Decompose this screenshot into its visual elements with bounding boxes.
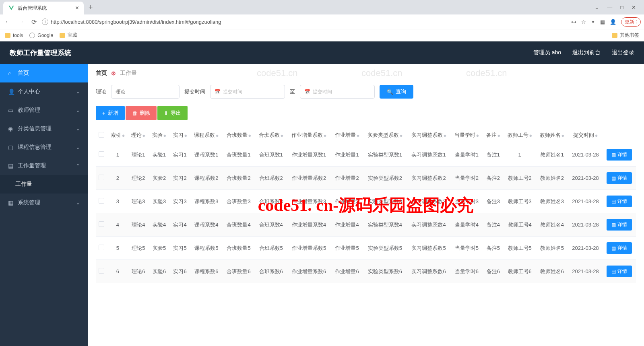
breadcrumb-home[interactable]: 首页 (96, 70, 107, 77)
detail-button[interactable]: ▤详情 (607, 172, 632, 184)
add-button[interactable]: +新增 (96, 106, 125, 120)
logout-button[interactable]: 退出登录 (612, 49, 634, 56)
row-checkbox[interactable] (99, 245, 104, 250)
detail-button[interactable]: ▤详情 (607, 196, 632, 207)
detail-button[interactable]: ▤详情 (607, 149, 632, 161)
sort-icon[interactable]: ◆ (497, 134, 500, 138)
table-header[interactable]: 教师姓名◆ (536, 128, 568, 143)
star-icon[interactable]: ☆ (581, 19, 586, 25)
user-label[interactable]: 管理员 abo (533, 49, 561, 56)
sort-icon[interactable]: ◆ (476, 134, 479, 138)
sort-icon[interactable]: ◆ (324, 134, 326, 138)
key-icon[interactable]: ⊶ (571, 19, 576, 25)
sort-icon[interactable]: ◆ (357, 134, 359, 138)
other-bookmarks[interactable]: 其他书签 (612, 32, 639, 39)
table-header[interactable]: 实习调整系数◆ (407, 128, 451, 143)
sort-icon[interactable]: ◆ (248, 134, 251, 138)
table-cell: 实验类型系数3 (363, 190, 407, 213)
row-checkbox[interactable] (99, 198, 104, 204)
sort-icon[interactable]: ◆ (184, 134, 187, 138)
extension-icon[interactable]: ✦ (591, 19, 595, 25)
sort-icon[interactable]: ◆ (400, 134, 402, 138)
row-checkbox[interactable] (99, 268, 104, 274)
row-checkbox[interactable] (99, 151, 104, 157)
bookmark-tools[interactable]: tools (5, 33, 23, 38)
table-cell: 当量学时5 (450, 237, 483, 260)
content: 理论 提交时间 📅提交时间 至 📅提交时间 🔍查询 +新增 🗑删除 ⬇导出 索引… (88, 82, 644, 291)
sort-icon[interactable]: ◆ (561, 134, 564, 138)
update-button[interactable]: 更新 : (621, 17, 641, 27)
date-to-input[interactable]: 📅提交时间 (300, 85, 375, 99)
table-header[interactable]: 合班系数◆ (255, 128, 287, 143)
table-header[interactable]: 教师工号◆ (504, 128, 536, 143)
info-icon[interactable]: i (42, 19, 48, 25)
detail-button[interactable]: ▤详情 (607, 219, 632, 231)
sidebar-item-category[interactable]: ◉分类信息管理⌄ (0, 119, 88, 138)
browser-tab[interactable]: 后台管理系统 × (3, 2, 84, 14)
globe-icon (29, 33, 35, 38)
browser-chrome: 后台管理系统 × + ⌄ — □ ✕ ← → ⟳ i http://localh… (0, 0, 644, 41)
profile-icon[interactable]: 👤 (610, 19, 616, 25)
exit-front-button[interactable]: 退出到前台 (572, 49, 601, 56)
sidebar-item-workload[interactable]: 工作量 (0, 175, 88, 194)
table-row: 4理论4实验4实习4课程系数4合班数量4合班系数4作业增量系数4作业增量4实验类… (96, 213, 636, 237)
sort-icon[interactable]: ◆ (142, 134, 145, 138)
sidebar-item-workload-mgmt[interactable]: ▤工作量管理⌃ (0, 157, 88, 175)
sidebar-item-home[interactable]: ⌂首页 (0, 64, 88, 82)
table-header[interactable]: 索引◆ (107, 128, 128, 143)
table-cell: 2021-03-28 (568, 190, 603, 213)
search-row: 理论 提交时间 📅提交时间 至 📅提交时间 🔍查询 (96, 85, 636, 99)
table-cell: 教师工号3 (504, 190, 536, 213)
table-header[interactable]: 作业增量◆ (331, 128, 363, 143)
detail-button[interactable]: ▤详情 (607, 266, 632, 277)
table-cell: 实验3 (149, 190, 170, 213)
query-button[interactable]: 🔍查询 (380, 85, 413, 99)
close-icon[interactable]: × (75, 4, 79, 12)
reload-icon[interactable]: ⟳ (29, 18, 39, 26)
table-cell: 教师工号4 (504, 213, 536, 237)
delete-button[interactable]: 🗑删除 (126, 106, 157, 120)
sort-icon[interactable]: ◆ (122, 134, 125, 138)
table-header[interactable]: 作业增量系数◆ (287, 128, 331, 143)
sidebar-item-system[interactable]: ▦系统管理⌄ (0, 194, 88, 212)
dropdown-icon[interactable]: ⌄ (594, 4, 599, 10)
table-header[interactable]: 实习◆ (169, 128, 190, 143)
sort-icon[interactable]: ◆ (444, 134, 446, 138)
back-icon[interactable]: ← (3, 18, 13, 25)
table-header[interactable]: 当量学时◆ (450, 128, 483, 143)
table-header[interactable]: 课程系数◆ (190, 128, 223, 143)
bookmark-baozang[interactable]: 宝藏 (60, 32, 77, 39)
sort-icon[interactable]: ◆ (529, 134, 532, 138)
sort-icon[interactable]: ◆ (281, 134, 283, 138)
table-header[interactable]: 备注◆ (483, 128, 504, 143)
reading-list-icon[interactable]: ▦ (600, 19, 605, 25)
sidebar-item-course[interactable]: ▢课程信息管理⌄ (0, 138, 88, 157)
breadcrumb-icon: ⊛ (111, 70, 116, 76)
table-header[interactable] (96, 128, 107, 143)
new-tab-button[interactable]: + (87, 2, 95, 13)
checkbox-all[interactable] (99, 132, 104, 138)
close-window-icon[interactable]: ✕ (632, 4, 636, 10)
table-header[interactable]: 实验类型系数◆ (363, 128, 407, 143)
sort-icon[interactable]: ◆ (595, 134, 598, 138)
sort-icon[interactable]: ◆ (163, 134, 166, 138)
sidebar-item-personal[interactable]: 👤个人中心⌄ (0, 82, 88, 101)
sidebar-item-teacher[interactable]: ▭教师管理⌄ (0, 101, 88, 119)
sort-icon[interactable]: ◆ (216, 134, 219, 138)
minimize-icon[interactable]: — (607, 4, 612, 10)
table-header[interactable]: 理论◆ (128, 128, 149, 143)
table-header[interactable]: 合班数量◆ (223, 128, 255, 143)
url-box[interactable]: i http://localhost:8080/springbootrpj39/… (42, 19, 568, 25)
bookmark-google[interactable]: Google (29, 33, 53, 38)
table-header[interactable]: 实验◆ (149, 128, 170, 143)
detail-button[interactable]: ▤详情 (607, 242, 632, 254)
date-from-input[interactable]: 📅提交时间 (210, 85, 285, 99)
maximize-icon[interactable]: □ (620, 4, 623, 10)
theory-input[interactable] (111, 85, 180, 99)
row-checkbox[interactable] (99, 221, 104, 227)
forward-icon[interactable]: → (16, 18, 26, 25)
table-header[interactable]: 提交时间◆ (568, 128, 603, 143)
table-header[interactable] (603, 128, 636, 143)
row-checkbox[interactable] (99, 175, 104, 180)
export-button[interactable]: ⬇导出 (157, 106, 188, 120)
